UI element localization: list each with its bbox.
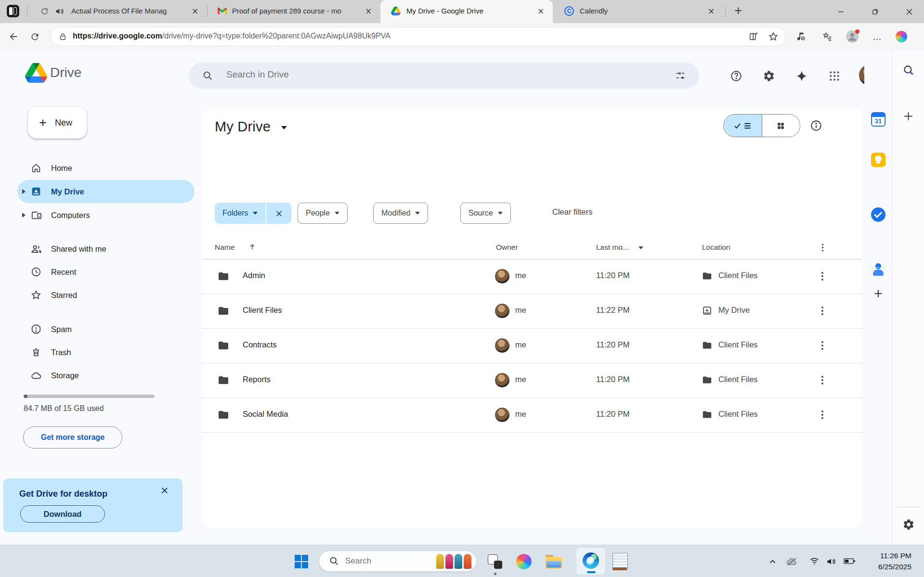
grid-view-button[interactable]	[762, 115, 800, 137]
location-label[interactable]: Client Files	[718, 375, 758, 384]
expand-caret-icon[interactable]	[22, 213, 26, 218]
taskbar-search-box[interactable]	[319, 551, 477, 572]
google-apps-grid-icon[interactable]	[828, 70, 841, 82]
sort-ascending-icon[interactable]	[248, 243, 256, 251]
file-row-contracts[interactable]: Contracts me 11:20 PM Client Files	[202, 328, 862, 363]
lock-icon[interactable]	[59, 32, 67, 41]
copilot-taskbar-icon[interactable]	[514, 552, 534, 571]
reload-button[interactable]	[28, 30, 41, 43]
tab-close-icon[interactable]: ×	[535, 6, 546, 17]
sidebar-item-home[interactable]: Home	[17, 156, 195, 180]
sidebar-settings-gear-icon[interactable]	[902, 518, 915, 531]
sidebar-item-starred[interactable]: Starred	[17, 283, 195, 307]
tray-chevron-up-icon[interactable]	[768, 558, 777, 566]
favorites-collections-icon[interactable]	[820, 30, 834, 43]
search-icon[interactable]	[202, 70, 213, 81]
file-row-reports[interactable]: Reports me 11:20 PM Client Files	[202, 363, 862, 398]
expand-caret-icon[interactable]	[22, 189, 26, 194]
sidebar-add-plus-icon[interactable]	[902, 110, 914, 122]
column-header-owner[interactable]: Owner	[496, 243, 518, 252]
tab-close-icon[interactable]: ×	[706, 6, 716, 17]
folders-chip-label-segment[interactable]: Folders	[215, 203, 266, 224]
sidebar-search-icon[interactable]	[902, 64, 915, 77]
help-icon[interactable]	[730, 70, 742, 82]
drive-search-bar[interactable]	[189, 63, 699, 89]
file-row-client-files[interactable]: Client Files me 11:22 PM My Drive	[202, 294, 862, 329]
address-bar[interactable]: https://drive.google.com/drive/my-drive?…	[50, 27, 786, 46]
filter-chip-modified[interactable]: Modified	[373, 203, 428, 224]
copilot-icon[interactable]	[895, 30, 908, 43]
file-row-social-media[interactable]: Social Media me 11:20 PM Client Files	[202, 397, 862, 433]
browser-menu-icon[interactable]: …	[871, 30, 884, 43]
tab-my-drive-active[interactable]: My Drive - Google Drive ×	[380, 0, 553, 23]
window-close-button[interactable]	[899, 4, 919, 19]
file-row-admin[interactable]: Admin me 11:20 PM Client Files	[202, 259, 862, 294]
window-minimize-button[interactable]	[831, 4, 850, 19]
google-tasks-icon[interactable]	[871, 207, 885, 222]
task-view-button[interactable]	[485, 552, 505, 571]
filter-chip-people[interactable]: People	[298, 203, 348, 224]
taskbar-clock[interactable]: 11:26 PM 6/25/2025	[863, 550, 911, 572]
view-toggle[interactable]	[723, 114, 800, 137]
advanced-search-icon[interactable]	[675, 70, 686, 81]
location-label[interactable]: My Drive	[718, 306, 750, 315]
download-button[interactable]: Download	[20, 505, 105, 523]
browser-profile-avatar[interactable]	[846, 30, 859, 43]
sidebar-item-recent[interactable]: Recent	[17, 260, 195, 283]
notepad-icon[interactable]	[611, 552, 630, 571]
row-actions-kebab-icon[interactable]	[817, 305, 828, 317]
row-actions-kebab-icon[interactable]	[817, 374, 828, 386]
page-title[interactable]: My Drive	[215, 119, 287, 135]
window-restore-button[interactable]	[865, 4, 885, 19]
battery-icon[interactable]	[844, 558, 855, 564]
filter-chip-folders-active[interactable]: Folders ×	[215, 203, 291, 224]
list-view-button[interactable]	[724, 115, 762, 137]
column-header-name[interactable]: Name	[215, 243, 234, 252]
column-header-modified[interactable]: Last mo...	[596, 243, 629, 252]
media-controls-icon[interactable]	[794, 30, 807, 43]
volume-icon[interactable]	[826, 557, 836, 566]
split-screen-icon[interactable]	[749, 31, 759, 42]
file-explorer-icon[interactable]	[544, 552, 563, 571]
location-label[interactable]: Client Files	[718, 410, 758, 419]
tab-close-icon[interactable]: ×	[190, 6, 200, 17]
back-button[interactable]	[7, 30, 20, 43]
add-apps-plus-icon[interactable]	[872, 287, 885, 300]
wifi-icon[interactable]	[810, 557, 819, 565]
tab-gmail-proof-of-payment[interactable]: Proof of payment 289 course - mo ×	[208, 0, 379, 23]
drive-search-input[interactable]	[225, 69, 612, 80]
column-header-location[interactable]: Location	[702, 243, 730, 252]
sidebar-item-spam[interactable]: Spam	[17, 318, 195, 341]
start-button[interactable]	[292, 552, 311, 571]
sidebar-item-computers[interactable]: Computers	[17, 204, 195, 227]
settings-gear-icon[interactable]	[763, 70, 775, 82]
edge-taskbar-button-active[interactable]	[576, 547, 606, 575]
google-contacts-icon[interactable]	[871, 262, 885, 277]
new-button[interactable]: New	[28, 107, 87, 139]
folders-chip-clear-icon[interactable]: ×	[266, 203, 291, 224]
tab-audio-icon[interactable]	[55, 7, 64, 16]
row-actions-kebab-icon[interactable]	[817, 340, 828, 351]
column-settings-kebab-icon[interactable]	[818, 243, 828, 253]
sidebar-item-trash[interactable]: Trash	[17, 341, 195, 364]
location-label[interactable]: Client Files	[718, 340, 758, 349]
sidebar-item-my-drive[interactable]: My Drive	[17, 180, 195, 203]
sidebar-item-storage[interactable]: Storage	[17, 364, 195, 387]
sidebar-item-shared-with-me[interactable]: Shared with me	[17, 237, 195, 260]
clear-filters-button[interactable]: Clear filters	[552, 207, 592, 217]
new-tab-button[interactable]: +	[734, 4, 742, 16]
tab-calendly[interactable]: C Calendly ×	[555, 0, 722, 23]
tab-file-management[interactable]: Actual Process Of File Manag ×	[31, 0, 207, 23]
get-more-storage-button[interactable]: Get more storage	[23, 426, 122, 449]
details-info-icon[interactable]	[810, 119, 822, 132]
filter-chip-source[interactable]: Source	[460, 203, 511, 224]
tab-close-icon[interactable]: ×	[363, 6, 374, 17]
google-calendar-icon[interactable]: 31	[871, 112, 885, 127]
workspaces-icon[interactable]	[7, 5, 19, 17]
promo-close-icon[interactable]: ×	[160, 484, 169, 496]
favorite-star-icon[interactable]	[768, 31, 779, 42]
gemini-icon[interactable]	[795, 70, 808, 82]
search-highlight-image[interactable]	[436, 554, 471, 569]
chevron-down-icon[interactable]	[638, 246, 643, 249]
row-actions-kebab-icon[interactable]	[817, 270, 828, 282]
